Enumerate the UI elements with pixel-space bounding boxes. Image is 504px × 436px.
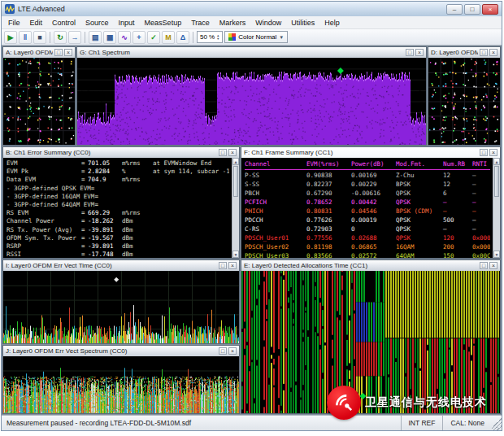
marker-delta-icon[interactable]: Δ	[176, 31, 189, 44]
play-icon[interactable]: ▶	[4, 31, 17, 44]
allocations-plot[interactable]	[241, 271, 500, 413]
menu-trace[interactable]: Trace	[186, 17, 215, 28]
panel-a-maximize-icon[interactable]: □	[54, 49, 63, 56]
spinner-arrows-icon[interactable]: ▲▼	[216, 34, 219, 41]
menu-meassetup[interactable]: MeasSetup	[140, 17, 187, 28]
panel-d-close-icon[interactable]: ×	[489, 49, 497, 56]
scroll-thumb[interactable]	[233, 166, 238, 197]
spectrum-plot[interactable]	[77, 58, 426, 145]
panel-e-maximize-icon[interactable]: □	[480, 262, 488, 269]
resize-grip[interactable]	[492, 416, 502, 430]
marker-peak-icon[interactable]: M	[162, 31, 175, 44]
trace-icon[interactable]: ∿	[118, 31, 131, 44]
panel-j-close-icon[interactable]: ×	[228, 347, 237, 355]
panel-f-title: F: Ch1 Frame Summary (CC1)	[244, 149, 478, 156]
single-acquire-icon[interactable]: →	[68, 31, 81, 44]
table-row[interactable]: PCFICH0.786520.00442QPSK——	[245, 198, 490, 207]
menu-source[interactable]: Source	[80, 17, 114, 28]
table-row[interactable]: PHICH0.808310.04546BPSK (CDM)——	[245, 207, 490, 216]
minimize-button[interactable]: –	[446, 4, 463, 15]
frame-summary-header: ChannelEVM(%rms)Power(dB)Mod.Fmt.Num.RBR…	[245, 159, 490, 170]
err-vect-spectrum-plot[interactable]	[3, 356, 239, 413]
restart-icon[interactable]: ↻	[54, 31, 67, 44]
panel-j-title: J: Layer0 OFDM Err Vect Spectrum (CC0)	[6, 347, 217, 355]
panel-f-titlebar[interactable]: F: Ch1 Frame Summary (CC1) □ ×	[241, 147, 500, 158]
toolbar-separator	[85, 32, 85, 43]
menu-input[interactable]: Input	[114, 17, 140, 28]
panel-i-maximize-icon[interactable]: □	[219, 262, 227, 269]
constellation-plot-a[interactable]	[3, 58, 75, 145]
panel-g-maximize-icon[interactable]: □	[406, 49, 414, 56]
panel-g-close-icon[interactable]: ×	[415, 49, 424, 56]
panel-error-summary: B: Ch1 Error Summary (CC0) □ × EVM=701.0…	[2, 146, 240, 259]
panel-j-titlebar[interactable]: J: Layer0 OFDM Err Vect Spectrum (CC0) □…	[3, 346, 239, 356]
layout-grid-icon[interactable]: ▦	[103, 31, 116, 44]
app-window: LTE Advanced – □ × FileEditControlSource…	[1, 1, 502, 431]
error-summary-row: Data EVM=704.9m%rms	[7, 176, 229, 184]
table-row[interactable]: PBCH0.67290-0.00616QPSK6—	[245, 189, 490, 198]
error-summary-scrollbar[interactable]: ▲ ▼	[232, 158, 239, 258]
panel-b-titlebar[interactable]: B: Ch1 Error Summary (CC0) □ ×	[3, 147, 239, 158]
pause-icon[interactable]: ‖	[19, 31, 32, 44]
check-icon[interactable]: ✓	[147, 31, 160, 44]
error-summary-row: Channel Power=-18.262dBm	[7, 217, 229, 225]
menu-markers[interactable]: Markers	[215, 17, 251, 28]
scroll-thumb[interactable]	[494, 166, 499, 197]
stop-icon[interactable]: ■	[33, 31, 46, 44]
table-row[interactable]: PDSCH_User010.775560.02688QPSK1200x0008	[245, 233, 490, 242]
err-vect-time-plot[interactable]	[3, 271, 239, 343]
panel-a-titlebar[interactable]: A: Layer0 OFDM Meas (C □ ×	[3, 47, 75, 58]
frame-summary-table: ChannelEVM(%rms)Power(dB)Mod.Fmt.Num.RBR…	[241, 158, 500, 258]
table-row[interactable]: P-SS0.908380.00169Z-Chu12—	[245, 171, 490, 180]
panel-f-close-icon[interactable]: ×	[489, 149, 497, 156]
panel-frame-summary: F: Ch1 Frame Summary (CC1) □ × ChannelEV…	[241, 146, 501, 259]
panel-b-maximize-icon[interactable]: □	[219, 149, 227, 156]
error-summary-row: - 3GPP-defined 64QAM EVM=	[7, 201, 229, 209]
error-summary-row: EVM Pk=2.8284%at sym 114, subcar -147	[7, 168, 229, 176]
toolbar: ▶‖■↻→▤▦∿+✓MΔ 50 % ▲▼ Color Normal ▼	[2, 29, 502, 46]
panel-i-titlebar[interactable]: I: Layer0 OFDM Err Vect Time (CC0) □ ×	[3, 260, 239, 271]
scroll-down-icon[interactable]: ▼	[232, 251, 239, 258]
error-summary-row: RS EVM=669.29m%rms	[7, 209, 229, 217]
panel-e-close-icon[interactable]: ×	[489, 262, 497, 269]
menu-edit[interactable]: Edit	[25, 17, 48, 28]
table-row[interactable]: PDSCH_User030.835660.0257264QAM1500x00CB	[245, 251, 490, 258]
table-row[interactable]: S-SS0.822370.00229BPSK12—	[245, 180, 490, 189]
maximize-button[interactable]: □	[464, 4, 480, 15]
panel-g-titlebar[interactable]: G: Ch1 Spectrum □ ×	[77, 47, 426, 58]
layout-stacked-icon[interactable]: ▤	[89, 31, 102, 44]
panel-constellation-a: A: Layer0 OFDM Meas (C □ ×	[2, 46, 76, 146]
zoom-level-spinner[interactable]: 50 % ▲▼	[197, 31, 223, 43]
panel-a-title: A: Layer0 OFDM Meas (C	[6, 49, 53, 56]
menu-file[interactable]: File	[3, 17, 25, 28]
scroll-up-icon[interactable]: ▲	[232, 158, 239, 165]
autoscale-icon[interactable]: +	[133, 31, 146, 44]
frame-summary-scrollbar[interactable]: ▲ ▼	[493, 158, 500, 258]
table-row[interactable]: C-RS0.729030QPSK——	[245, 225, 490, 233]
error-summary-row: EVM=701.05m%rmsat EVMWindow End	[7, 159, 229, 168]
panel-i-close-icon[interactable]: ×	[228, 262, 237, 269]
panel-b-close-icon[interactable]: ×	[228, 149, 237, 156]
panel-j-maximize-icon[interactable]: □	[219, 347, 227, 355]
titlebar[interactable]: LTE Advanced – □ ×	[2, 2, 502, 16]
table-row[interactable]: PDSCH_User020.811980.0686516QAM2000x000A	[245, 242, 490, 251]
panel-d-title: D: Layer0 OFDM Meas (CC	[431, 49, 478, 56]
menu-help[interactable]: Help	[319, 17, 345, 28]
constellation-plot-d[interactable]	[428, 58, 500, 145]
table-row[interactable]: PDCCH0.776260.00019QPSK500—	[245, 216, 490, 225]
panel-a-close-icon[interactable]: ×	[64, 49, 72, 56]
panel-d-titlebar[interactable]: D: Layer0 OFDM Meas (CC □ ×	[428, 47, 500, 58]
panel-e-titlebar[interactable]: E: Layer0 Detected Allocations Time (CC1…	[241, 260, 500, 271]
scroll-up-icon[interactable]: ▲	[493, 158, 500, 165]
menu-utilities[interactable]: Utilities	[286, 17, 319, 28]
toolbar-separator	[50, 32, 50, 43]
toolbar-icons: ▶‖■↻→▤▦∿+✓MΔ	[4, 31, 195, 44]
menu-control[interactable]: Control	[47, 17, 80, 28]
close-button[interactable]: ×	[482, 4, 498, 15]
panel-f-maximize-icon[interactable]: □	[480, 149, 488, 156]
workspace: A: Layer0 OFDM Meas (C □ × G: Ch1 Spectr…	[2, 46, 502, 415]
menu-window[interactable]: Window	[250, 17, 286, 28]
color-mode-dropdown[interactable]: Color Normal ▼	[224, 31, 288, 43]
panel-d-maximize-icon[interactable]: □	[480, 49, 488, 56]
scroll-down-icon[interactable]: ▼	[493, 251, 500, 258]
